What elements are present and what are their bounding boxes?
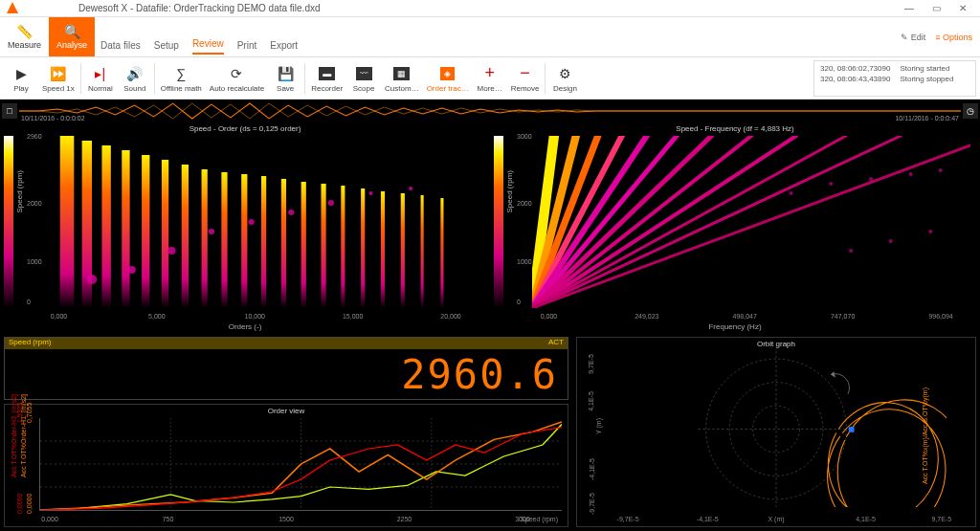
svg-marker-0 — [7, 2, 18, 13]
status-msg2: Storing stopped — [900, 74, 953, 84]
spectro-right-xlabel: Frequency (Hz) — [708, 322, 761, 331]
save-button[interactable]: 💾Save — [268, 62, 302, 95]
spectrogram-frequency[interactable]: Speed - Frequency (df = 4,883 Hz) Speed … — [490, 122, 980, 333]
tab-measure[interactable]: 📏 Measure — [0, 17, 49, 56]
replay-icon: ▸| — [95, 64, 105, 83]
design-button[interactable]: ⚙Design — [547, 62, 582, 95]
svg-rect-6 — [162, 160, 168, 308]
recorder-icon: ▬ — [319, 64, 335, 83]
sound-button[interactable]: 🔊Sound — [118, 62, 152, 95]
subtab-data-files[interactable]: Data files — [100, 36, 141, 55]
titlebar: Dewesoft X - Datafile: OrderTracking DEM… — [0, 0, 980, 17]
readout-value: 2960.6 — [401, 351, 558, 398]
subtab-setup[interactable]: Setup — [154, 36, 179, 55]
svg-point-49 — [928, 230, 932, 233]
svg-rect-8 — [202, 169, 208, 308]
scope-button[interactable]: 〰Scope — [346, 62, 381, 95]
tab-analyse[interactable]: 🔍 Analyse — [49, 17, 95, 56]
sound-icon: 🔊 — [126, 64, 143, 83]
order-icon: ◈ — [440, 64, 455, 83]
timeline-start: 10/11/2016 - 0:0:0:02 — [21, 115, 85, 122]
save-icon: 💾 — [278, 64, 294, 83]
readout-label: Speed (rpm) — [9, 338, 51, 349]
svg-rect-13 — [301, 182, 306, 308]
order-view-chart[interactable]: Order view 0,0000 0,7055 1,5325 0,0000 0… — [4, 404, 568, 527]
svg-rect-9 — [221, 172, 227, 308]
svg-rect-7 — [182, 165, 189, 308]
app-logo — [4, 0, 21, 17]
subtab-review[interactable]: Review — [192, 34, 224, 55]
readout-mode: ACT — [548, 338, 564, 349]
sub-nav: Data files Setup Review Print Export — [100, 17, 298, 56]
svg-point-24 — [209, 229, 214, 234]
remove-button[interactable]: −Remove — [507, 62, 544, 95]
svg-point-22 — [128, 266, 136, 274]
svg-rect-12 — [281, 179, 286, 308]
svg-point-27 — [328, 200, 334, 206]
play-button[interactable]: ▶Play — [4, 62, 38, 95]
recorder-button[interactable]: ▬Recorder — [307, 62, 346, 95]
orbit-xlabel: X (m) — [768, 516, 784, 522]
replay-mode-button[interactable]: ▸|Normal — [83, 62, 118, 95]
offline-math-button[interactable]: ∑Offline math — [157, 62, 206, 95]
svg-marker-61 — [831, 371, 835, 378]
subtab-print[interactable]: Print — [237, 36, 257, 55]
speed-button[interactable]: ⏩Speed 1x — [38, 62, 78, 95]
spectro-left-title: Speed - Order (ds = 0,125 order) — [189, 124, 301, 133]
orderview-series2-label: Acc T.OT%Order-H1: [m/s2] — [20, 394, 27, 477]
timeline[interactable]: □ 10/11/2016 - 0:0:0:02 10/11/2016 - 0:0… — [0, 100, 980, 122]
maximize-button[interactable]: ▭ — [923, 1, 949, 16]
svg-point-28 — [368, 191, 372, 195]
toolbar: ▶Play ⏩Speed 1x ▸|Normal 🔊Sound ∑Offline… — [0, 57, 980, 100]
timeline-wave — [19, 101, 961, 121]
svg-rect-4 — [122, 150, 129, 308]
speed-icon: ⏩ — [50, 64, 66, 83]
edit-link[interactable]: ✎ Edit — [901, 33, 925, 42]
timeline-end: 10/11/2016 - 0:0:0:47 — [895, 115, 959, 122]
spectro-left-ylabel: Speed (rpm) — [15, 170, 24, 212]
status-ts1: 320, 08:06:02,73090 — [820, 63, 890, 74]
svg-rect-19 — [421, 195, 424, 308]
main-nav: 📏 Measure 🔍 Analyse Data files Setup Rev… — [0, 17, 980, 57]
svg-point-45 — [908, 172, 912, 176]
status-msg1: Storing started — [900, 63, 949, 74]
search-icon: 🔍 — [64, 24, 80, 39]
svg-point-25 — [248, 219, 254, 225]
close-button[interactable]: ✕ — [949, 1, 976, 16]
svg-rect-17 — [381, 191, 385, 308]
orderview-xlabel: Speed (rpm) — [521, 516, 558, 522]
svg-point-23 — [167, 247, 175, 254]
svg-rect-62 — [849, 427, 855, 432]
custom-button[interactable]: ▦Custom… — [381, 62, 423, 95]
status-ts2: 320, 08:06:43,43890 — [820, 74, 890, 84]
timeline-left-icon[interactable]: □ — [2, 103, 17, 119]
order-tracking-button[interactable]: ◈Order trac… — [423, 62, 473, 95]
math-icon: ∑ — [176, 64, 186, 83]
subtab-export[interactable]: Export — [270, 36, 298, 55]
svg-point-44 — [869, 177, 873, 181]
more-button[interactable]: +More… — [473, 62, 507, 95]
minimize-button[interactable]: — — [896, 1, 923, 16]
orbit-side-label: Acc T.OT%x(m)/Acc S.OT%y(m) — [922, 387, 928, 484]
orbit-graph[interactable]: Orbit graph -9,7E-5 -4,1E-5 4,1E-5 9,7E-… — [576, 337, 976, 527]
svg-rect-20 — [440, 198, 443, 308]
svg-rect-10 — [241, 174, 247, 308]
svg-rect-11 — [261, 176, 266, 308]
options-link[interactable]: ≡ Options — [935, 33, 972, 42]
svg-rect-1 — [60, 136, 75, 308]
orbit-ylabel: Y (m) — [595, 418, 602, 434]
auto-recalc-button[interactable]: ⟳Auto recalculate — [206, 62, 268, 95]
ruler-icon: 📏 — [16, 24, 33, 39]
svg-point-48 — [889, 239, 893, 243]
spectrogram-order[interactable]: Speed - Order (ds = 0,125 order) Speed (… — [0, 122, 490, 333]
speed-readout[interactable]: Speed (rpm)ACT 2960.6 — [4, 337, 568, 400]
svg-rect-14 — [321, 184, 325, 308]
svg-point-59 — [729, 383, 823, 476]
svg-line-36 — [532, 136, 711, 308]
minus-icon: − — [520, 64, 530, 83]
orderview-title: Order view — [268, 407, 305, 415]
timeline-right-icon[interactable]: ◷ — [963, 103, 978, 119]
svg-point-26 — [288, 210, 294, 215]
svg-rect-18 — [401, 193, 405, 308]
spectro-left-xlabel: Orders (-) — [229, 322, 262, 331]
